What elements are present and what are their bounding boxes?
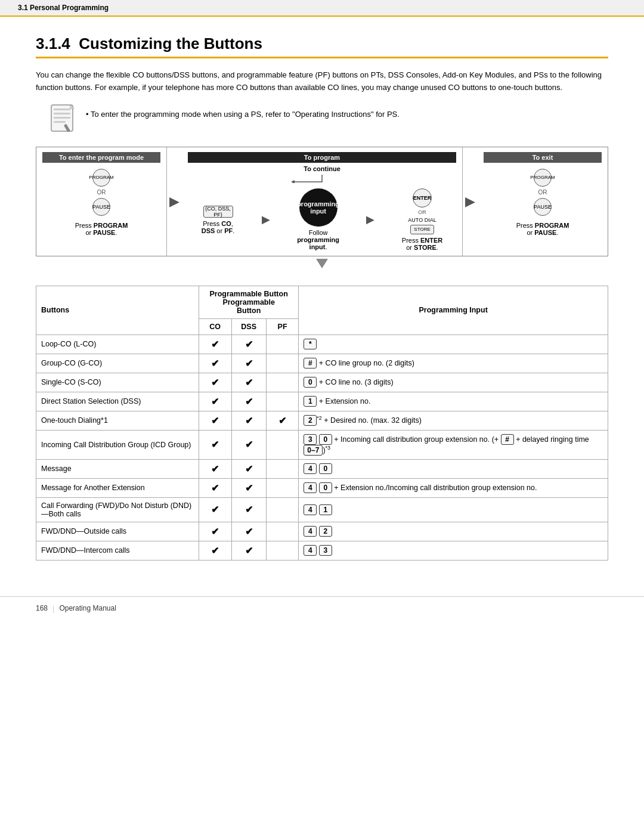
row-button-name: Direct Station Selection (DSS): [36, 392, 199, 411]
row-pf: [266, 497, 299, 522]
col-co: CO: [199, 318, 231, 335]
table-row: Single-CO (S-CO)✔✔0 + CO line no. (3 dig…: [36, 373, 608, 392]
programming-input-btn: programming input: [299, 188, 338, 227]
row-button-name: Call Forwarding (FWD)/Do Not Disturb (DN…: [36, 497, 199, 522]
row-programming-input: 3 0 + Incoming call distribution group e…: [299, 430, 608, 459]
flow-diagram: To enter the program mode PROGRAM OR PAU…: [36, 147, 608, 271]
key-box: 4: [304, 504, 317, 515]
svg-rect-4: [54, 121, 66, 123]
note-text: To enter the programming mode when using…: [86, 104, 400, 121]
page-number: 168: [36, 604, 48, 612]
exit-header: To exit: [484, 152, 602, 163]
page-content: 3.1.4 Customizing the Buttons You can ch…: [0, 17, 644, 584]
row-pf: [266, 430, 299, 459]
table-row: Call Forwarding (FWD)/Do Not Disturb (DN…: [36, 497, 608, 522]
row-pf: [266, 354, 299, 373]
store-btn: STORE: [410, 225, 434, 234]
row-button-name: Message: [36, 459, 199, 478]
row-dss: ✔: [231, 497, 266, 522]
programming-table: Buttons Programmable ButtonProgrammable …: [36, 286, 608, 561]
arrow-prog: ▶: [262, 213, 270, 226]
enter-header: To enter the program mode: [42, 152, 160, 163]
row-programming-input: 4 1: [299, 497, 608, 522]
row-dss: ✔: [231, 392, 266, 411]
key-box: 4: [304, 463, 317, 474]
key-box: 3: [304, 434, 317, 445]
enter-btn: ENTER: [413, 188, 432, 208]
table-row: One-touch Dialing*1✔✔✔2*2 + Desired no. …: [36, 411, 608, 430]
key-box: 1: [319, 504, 332, 515]
row-button-name: Message for Another Extension: [36, 478, 199, 497]
row-pf: [266, 392, 299, 411]
svg-rect-2: [54, 113, 70, 114]
or-label: OR: [97, 189, 106, 196]
key-box: #: [304, 358, 317, 368]
row-programming-input: 4 0 + Extension no./Incoming call distri…: [299, 478, 608, 497]
program-btn: PROGRAM: [92, 169, 110, 187]
row-co: ✔: [199, 541, 231, 560]
row-button-name: Incoming Call Distribution Group (ICD Gr…: [36, 430, 199, 459]
row-dss: ✔: [231, 541, 266, 560]
row-co: ✔: [199, 497, 231, 522]
row-co: ✔: [199, 354, 231, 373]
note-icon: [48, 104, 76, 135]
row-co: ✔: [199, 392, 231, 411]
row-button-name: One-touch Dialing*1: [36, 411, 199, 430]
row-button-name: FWD/DND—Intercom calls: [36, 541, 199, 560]
key-box: 0–7: [304, 445, 323, 456]
intro-paragraph: You can change the flexible CO buttons/D…: [36, 69, 608, 94]
arrow1: ▶: [167, 147, 182, 256]
table-row: FWD/DND—Outside calls✔✔4 2: [36, 522, 608, 541]
row-programming-input: # + CO line group no. (2 digits): [299, 354, 608, 373]
exit-caption: Press PROGRAMor PAUSE.: [484, 222, 602, 236]
row-pf: [266, 459, 299, 478]
table-row: Group-CO (G-CO)✔✔# + CO line group no. (…: [36, 354, 608, 373]
key-box: #: [501, 434, 514, 445]
follow-label: Followprogramminginput.: [297, 229, 339, 250]
key-box: 4: [304, 545, 317, 556]
enter-caption: Press PROGRAMor PAUSE.: [42, 222, 160, 236]
key-box: 0: [319, 434, 332, 445]
svg-marker-6: [291, 180, 295, 183]
top-bar-label: 3.1 Personal Programming: [18, 4, 109, 12]
row-dss: ✔: [231, 335, 266, 354]
program-header: To program: [188, 152, 456, 163]
row-programming-input: 4 3: [299, 541, 608, 560]
table-row: Loop-CO (L-CO)✔✔*: [36, 335, 608, 354]
row-pf: [266, 335, 299, 354]
col-dss: DSS: [231, 318, 266, 335]
arrow2: ▶: [463, 147, 478, 256]
row-co: ✔: [199, 411, 231, 430]
row-dss: ✔: [231, 411, 266, 430]
programming-input-group: programming input Followprogramminginput…: [297, 188, 339, 250]
row-button-name: Single-CO (S-CO): [36, 373, 199, 392]
top-bar: 3.1 Personal Programming: [0, 0, 644, 17]
row-pf: ✔: [266, 411, 299, 430]
col-buttons: Buttons: [36, 286, 199, 335]
table-row: Message for Another Extension✔✔4 0 + Ext…: [36, 478, 608, 497]
svg-rect-3: [54, 117, 70, 119]
key-box: 0: [304, 377, 317, 388]
press-enter-label: Press ENTERor STORE.: [402, 237, 442, 251]
row-co: ✔: [199, 478, 231, 497]
key-box: *: [304, 339, 317, 349]
row-co: ✔: [199, 430, 231, 459]
arrow-enter: ▶: [366, 213, 374, 226]
table-row: Incoming Call Distribution Group (ICD Gr…: [36, 430, 608, 459]
row-pf: [266, 522, 299, 541]
note-box: To enter the programming mode when using…: [36, 104, 608, 135]
section-title: 3.1.4 Customizing the Buttons: [36, 35, 608, 58]
exit-or-label: OR: [538, 189, 547, 196]
row-dss: ✔: [231, 430, 266, 459]
row-programming-input: *: [299, 335, 608, 354]
row-co: ✔: [199, 459, 231, 478]
row-pf: [266, 541, 299, 560]
key-box: 4: [304, 526, 317, 537]
row-button-name: Group-CO (G-CO): [36, 354, 199, 373]
key-box: 3: [319, 545, 332, 556]
row-pf: [266, 373, 299, 392]
to-continue-label: To continue: [188, 165, 456, 172]
row-co: ✔: [199, 335, 231, 354]
exit-program-btn: PROGRAM: [534, 169, 552, 187]
page-footer: 168 | Operating Manual: [0, 596, 644, 620]
